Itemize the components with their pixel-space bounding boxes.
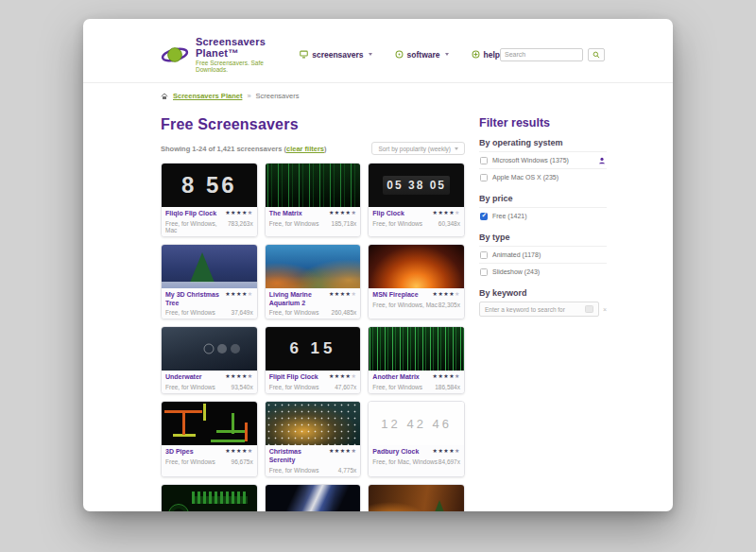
filter-option-label: Apple Mac OS X (235) — [492, 174, 558, 181]
screensaver-card[interactable]: Retro Sci-Fi ★★★★★ Free, for Windows 93,… — [161, 484, 258, 512]
rating-stars: ★★★★★ — [329, 373, 356, 381]
screensaver-license: Free, for Windows — [165, 309, 215, 316]
download-count: 47,607x — [335, 384, 356, 390]
filter-option-animated[interactable]: Animated (1178) — [479, 246, 607, 263]
keyword-clear-icon[interactable]: × — [603, 306, 607, 313]
screensaver-info: Underwater ★★★★★ Free, for Windows 93,54… — [162, 371, 257, 393]
search-input[interactable] — [500, 48, 583, 61]
results-count-text: Showing 1-24 of 1,421 screensavers ( — [161, 145, 286, 153]
logo-tagline: Free Screensavers. Safe Downloads. — [196, 60, 275, 73]
header-search — [500, 48, 605, 61]
rating-stars: ★★★★★ — [225, 291, 252, 299]
screensaver-info: Fliqlo Flip Clock ★★★★★ Free, for Window… — [162, 207, 257, 236]
site-header: Screensavers Planet™ Free Screensavers. … — [83, 19, 673, 83]
checkbox[interactable] — [480, 174, 488, 181]
screensaver-card[interactable]: MSN Fireplace ★★★★★ Free, for Windows, M… — [368, 244, 465, 320]
screensaver-license: Free, for Windows — [269, 220, 319, 227]
screensaver-card[interactable]: 6 15 Flipit Flip Clock ★★★★★ Free, for W… — [265, 326, 362, 394]
screensaver-info: Padbury Clock ★★★★★ Free, for Mac, Windo… — [369, 445, 464, 476]
rating-stars: ★★★★★ — [329, 448, 356, 456]
home-icon[interactable] — [161, 93, 168, 100]
nav-item-screensavers[interactable]: screensavers — [300, 50, 371, 60]
checkbox[interactable] — [480, 251, 488, 259]
screensaver-card[interactable]: Living Marine Aquarium 2 ★★★★★ Free, for… — [265, 244, 362, 320]
screensaver-thumbnail — [162, 402, 257, 445]
download-count: 93,540x — [232, 384, 253, 390]
help-icon — [472, 50, 480, 59]
screensaver-title[interactable]: MSN Fireplace — [372, 291, 418, 300]
screensaver-thumbnail: 05 38 05 — [369, 164, 464, 207]
breadcrumb: Screensavers Planet » Screensavers — [83, 83, 673, 109]
download-count: 96,675x — [232, 458, 253, 465]
screensaver-title[interactable]: The Matrix — [269, 210, 302, 218]
nav-item-help[interactable]: help — [472, 50, 500, 60]
keyword-search: × — [479, 302, 607, 317]
search-icon — [593, 51, 600, 59]
rating-stars: ★★★★★ — [433, 291, 460, 299]
screensaver-card[interactable]: 05 38 05 Flip Clock ★★★★★ Free, for Wind… — [368, 163, 465, 237]
screensaver-info: Living Marine Aquarium 2 ★★★★★ Free, for… — [266, 288, 361, 319]
screensaver-card[interactable]: 12 42 46 Padbury Clock ★★★★★ Free, for M… — [368, 401, 465, 477]
screensaver-title[interactable]: Flip Clock — [372, 210, 404, 218]
filter-option-mac[interactable]: Apple Mac OS X (235) — [479, 168, 607, 185]
breadcrumb-home-link[interactable]: Screensavers Planet — [173, 92, 242, 100]
checkbox[interactable] — [480, 268, 488, 276]
clear-filters-link[interactable]: clear filters — [286, 145, 324, 153]
screensaver-title[interactable]: Underwater — [165, 373, 202, 382]
screensaver-title[interactable]: Living Marine Aquarium 2 — [269, 291, 326, 308]
download-count: 4,775x — [338, 467, 357, 474]
screensaver-license: Free, for Windows — [165, 384, 215, 390]
screensaver-thumbnail — [266, 164, 361, 207]
screensaver-license: Free, for Windows — [269, 467, 319, 474]
nav-item-software[interactable]: software — [395, 50, 449, 60]
screensaver-thumbnail: 12 42 46 — [369, 402, 464, 445]
screensaver-thumbnail — [369, 485, 464, 512]
download-count: 37,649x — [232, 309, 253, 316]
rating-stars: ★★★★★ — [433, 448, 460, 456]
screensaver-license: Free, for Windows, Mac — [165, 220, 228, 233]
screensaver-title[interactable]: Another Matrix — [372, 373, 419, 382]
screensaver-title[interactable]: Fliqlo Flip Clock — [165, 210, 216, 218]
screensaver-info: 3D Pipes ★★★★★ Free, for Windows 96,675x — [162, 445, 257, 476]
keyword-search-icon[interactable] — [585, 305, 593, 313]
screensaver-thumbnail — [266, 402, 361, 445]
filter-option-label: Free (1421) — [492, 213, 527, 219]
filter-heading-keyword: By keyword — [479, 288, 607, 298]
screensaver-info: Another Matrix ★★★★★ Free, for Windows 1… — [369, 371, 464, 393]
site-logo[interactable]: Screensavers Planet™ Free Screensavers. … — [161, 36, 275, 73]
screensaver-title[interactable]: Padbury Clock — [372, 448, 419, 457]
screensaver-card[interactable]: My 3D Christmas Tree ★★★★★ Free, for Win… — [161, 244, 258, 320]
breadcrumb-current: Screensavers — [256, 92, 300, 100]
rating-stars: ★★★★★ — [225, 448, 252, 456]
screensaver-thumbnail: 6 15 — [266, 327, 361, 371]
screensaver-card[interactable]: The Matrix ★★★★★ Free, for Windows 185,7… — [265, 163, 362, 237]
screensaver-card[interactable]: 8 56 Fliqlo Flip Clock ★★★★★ Free, for W… — [161, 163, 258, 237]
screensaver-title[interactable]: 3D Pipes — [165, 448, 194, 457]
sort-dropdown[interactable]: Sort by popularity (weekly) — [371, 142, 465, 155]
screensaver-card[interactable]: Underwater ★★★★★ Free, for Windows 93,54… — [161, 326, 258, 394]
screensaver-info: MSN Fireplace ★★★★★ Free, for Windows, M… — [369, 288, 464, 319]
screensaver-card[interactable]: Another Matrix ★★★★★ Free, for Windows 1… — [368, 326, 465, 394]
download-count: 60,348x — [438, 220, 460, 227]
screensaver-card[interactable]: Hyperspace ★★★★★ Free, for Windows, Mac … — [265, 484, 362, 512]
filter-option-free[interactable]: Free (1421) — [479, 207, 607, 224]
filter-heading-price: By price — [479, 194, 607, 203]
screensaver-card[interactable]: 3D Pipes ★★★★★ Free, for Windows 96,675x — [161, 401, 258, 477]
checkbox[interactable] — [480, 213, 488, 220]
rating-stars: ★★★★★ — [433, 210, 460, 217]
screensaver-title[interactable]: Flipit Flip Clock — [269, 373, 318, 382]
screensaver-card[interactable]: Night Before Christmas 3D ★★★★★ Free, fo… — [368, 484, 465, 512]
rating-stars: ★★★★★ — [225, 373, 252, 381]
screensaver-title[interactable]: Christmas Serenity — [269, 448, 326, 465]
screensaver-thumbnail — [369, 245, 464, 288]
sort-dropdown-label: Sort by popularity (weekly) — [378, 146, 451, 152]
filter-option-windows[interactable]: Microsoft Windows (1375) — [479, 151, 607, 168]
screensaver-title[interactable]: My 3D Christmas Tree — [165, 291, 222, 308]
page-card: Screensavers Planet™ Free Screensavers. … — [83, 19, 673, 511]
checkbox[interactable] — [480, 157, 488, 164]
filter-option-slideshow[interactable]: Slideshow (243) — [479, 263, 607, 280]
keyword-input[interactable] — [479, 302, 599, 317]
search-button[interactable] — [588, 48, 605, 61]
screensaver-card[interactable]: Christmas Serenity ★★★★★ Free, for Windo… — [265, 401, 362, 477]
rating-stars: ★★★★★ — [433, 373, 460, 381]
